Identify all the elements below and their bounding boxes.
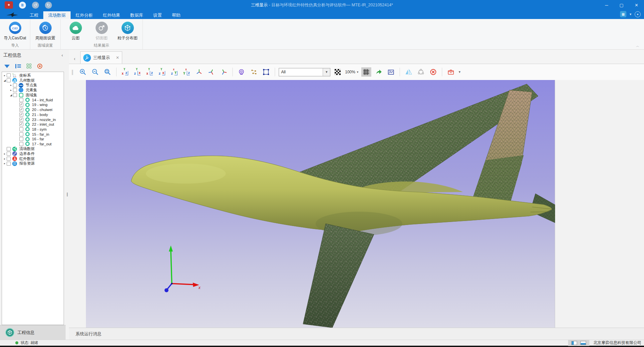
view-iso-1-icon[interactable] (194, 67, 204, 77)
chevron-down-icon[interactable]: ▼ (629, 13, 632, 16)
visibility-checkbox[interactable] (7, 73, 11, 77)
chevron-down-icon[interactable]: ▼ (323, 68, 330, 76)
visibility-checkbox[interactable] (19, 98, 23, 102)
ribbon-button-cas-badge[interactable]: cas导入Cas/Dat (2, 21, 28, 41)
mirror-flip-icon[interactable] (404, 67, 414, 77)
ribbon-button-cloud[interactable]: 云图 (63, 21, 89, 41)
visibility-checkbox[interactable] (13, 93, 17, 97)
perspective-camera-icon[interactable] (236, 67, 246, 77)
tree-item-22-inlet_out[interactable]: ✓22 - inlet_out (2, 122, 64, 127)
view-xz-1-icon[interactable]: Yxz (120, 67, 130, 77)
expand-open-icon[interactable]: ◢ (3, 79, 7, 82)
visibility-checkbox[interactable]: ✓ (19, 118, 23, 122)
toolbar-drag-handle[interactable]: ║ (71, 70, 74, 75)
close-button[interactable]: ✕ (629, 0, 644, 10)
tree-item-[interactable]: ▸边界条件 (2, 151, 64, 156)
visibility-checkbox[interactable]: ✓ (19, 122, 23, 126)
tree-item-23-nozzle_in[interactable]: ✓23 - nozzle_in (2, 117, 64, 122)
close-icon[interactable]: ✕ (116, 55, 119, 60)
expand-closed-icon[interactable]: ▸ (9, 89, 13, 92)
tree-item-[interactable]: ▸节点集 (2, 83, 64, 88)
message-panel[interactable]: 系统运行消息 (69, 328, 644, 340)
share-arrow-icon[interactable] (374, 67, 384, 77)
tree-item-[interactable]: 流场数据 (2, 146, 64, 151)
package-export-icon[interactable] (446, 67, 456, 77)
tree-item-[interactable]: ▸红外数据 (2, 156, 64, 161)
cancel-red-icon[interactable] (428, 67, 438, 77)
tree-item-[interactable]: ◢几何数据 (2, 78, 64, 83)
zoom-out-icon[interactable] (90, 67, 100, 77)
visibility-checkbox[interactable]: ✓ (19, 113, 23, 117)
viewport-3d[interactable]: x (86, 80, 555, 328)
tree-item-[interactable]: ◢面域集 (2, 93, 64, 98)
visibility-checkbox[interactable] (19, 127, 23, 131)
visibility-checkbox[interactable]: ✓ (19, 103, 23, 107)
target-icon[interactable] (37, 64, 42, 69)
filter-icon[interactable] (4, 65, 10, 68)
tree-item-15-far_in[interactable]: 15 - far_in (2, 132, 64, 137)
expand-closed-icon[interactable]: ▸ (3, 162, 7, 165)
ribbon-button-section-plane[interactable]: 切面图 (89, 21, 115, 41)
ribbon-button-particle-cube[interactable]: 粒子分布图 (115, 21, 141, 41)
new-document-icon[interactable]: 🗎 (19, 2, 26, 9)
tree-item-18-sym[interactable]: 18 - sym (2, 127, 64, 132)
undo-icon[interactable]: ↺ (32, 2, 39, 9)
visibility-checkbox[interactable] (7, 147, 11, 151)
view-xz-2-icon[interactable]: Yxz (145, 67, 155, 77)
display-filter-combo[interactable]: All▼ (279, 68, 330, 76)
view-zy-2-icon[interactable]: xYz (182, 67, 192, 77)
tree-item-21-body[interactable]: ✓21 - body (2, 112, 64, 117)
splitter-handle[interactable]: ••• (67, 193, 68, 197)
visibility-checkbox[interactable]: ✓ (19, 108, 23, 112)
chevron-down-icon[interactable]: ▼ (458, 70, 461, 74)
tree-item-20-chuiwei[interactable]: ✓20 - chuiwei (2, 107, 64, 112)
tab-scroll-left-icon[interactable]: ‹ (69, 54, 80, 64)
box-select-icon[interactable] (261, 67, 271, 77)
grid-icon[interactable] (27, 64, 32, 69)
view-zy-1-icon[interactable]: xzY (169, 67, 179, 77)
minimize-button[interactable]: ─ (599, 0, 614, 10)
tree-item-17-far_out[interactable]: 17 - far_out (2, 142, 64, 147)
visibility-checkbox[interactable] (19, 137, 23, 141)
visibility-checkbox[interactable] (19, 142, 23, 146)
panel-left-icon[interactable] (571, 341, 577, 345)
view-zx-1-icon[interactable]: Yzx (133, 67, 143, 77)
sidebar-bottom-button[interactable]: 工程信息 (0, 325, 66, 340)
view-zx-2-icon[interactable]: Yzx (157, 67, 167, 77)
tree-item-19-wing[interactable]: ✓19 - wing (2, 102, 64, 107)
visibility-checkbox[interactable] (19, 132, 23, 136)
visibility-checkbox[interactable] (7, 157, 11, 161)
visibility-checkbox[interactable] (7, 162, 11, 166)
particle-points-icon[interactable] (249, 67, 259, 77)
tree-item-[interactable]: ▸Yzx坐标系 (2, 73, 64, 78)
view-iso-3-icon[interactable] (219, 67, 229, 77)
panel-bottom-icon[interactable] (580, 341, 586, 345)
menu-item-2[interactable]: 流场数据 (43, 11, 71, 19)
visibility-checkbox[interactable] (7, 152, 11, 156)
expand-open-icon[interactable]: ◢ (9, 94, 13, 97)
mesh-grid-icon[interactable] (361, 67, 371, 77)
tree-item-[interactable]: ▸报告资源 (2, 161, 64, 166)
tab-3d-display[interactable]: 三维显示 ✕ (80, 51, 122, 64)
expand-closed-icon[interactable]: ▸ (9, 84, 13, 87)
chevron-left-icon[interactable]: ‹ (62, 53, 63, 58)
zoom-level-dropdown[interactable]: 100%▼ (345, 70, 359, 74)
rotate-ring-icon[interactable] (416, 67, 426, 77)
visibility-checkbox[interactable] (7, 78, 11, 82)
expand-closed-icon[interactable]: ▸ (3, 74, 7, 77)
visibility-checkbox[interactable] (13, 88, 17, 92)
redo-icon[interactable]: ↻ (45, 2, 52, 9)
ribbon-collapse-icon[interactable]: ︿ (636, 44, 639, 48)
snapshot-icon[interactable] (386, 67, 396, 77)
visibility-checkbox[interactable] (13, 83, 17, 87)
user-icon[interactable]: ● (635, 11, 641, 17)
tree-item-[interactable]: ▸元素集 (2, 88, 64, 93)
menu-item-1[interactable]: 工程 (25, 11, 43, 19)
list-icon[interactable] (15, 64, 21, 68)
app-logo-icon[interactable]: ✦ (5, 1, 13, 9)
zoom-in-icon[interactable] (78, 67, 88, 77)
apps-grid-icon[interactable]: ▦ (620, 11, 626, 17)
menu-item-3[interactable]: 红外分析 (71, 11, 98, 19)
ribbon-button-clock[interactable]: 周期面设置 (32, 21, 58, 41)
expand-closed-icon[interactable]: ▸ (3, 152, 7, 155)
